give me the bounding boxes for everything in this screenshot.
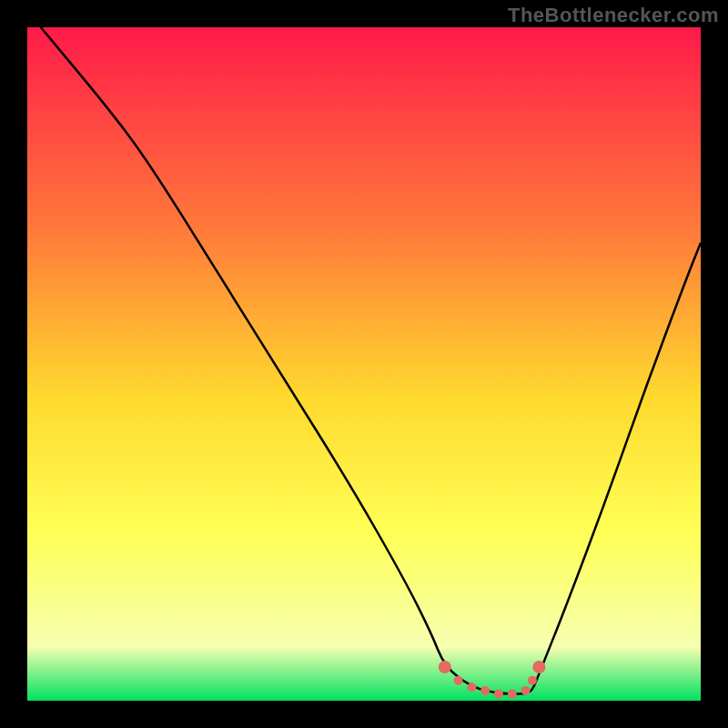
marker-dot (494, 690, 503, 699)
marker-dot (528, 676, 537, 685)
marker-dot (439, 661, 451, 673)
chart-container: TheBottlenecker.com (0, 0, 728, 728)
watermark-text: TheBottlenecker.com (508, 4, 719, 27)
marker-dot (480, 686, 490, 695)
marker-dot (532, 661, 545, 673)
marker-dot (508, 690, 517, 699)
marker-dot (454, 676, 463, 685)
marker-dot (521, 686, 531, 695)
bottleneck-chart (27, 27, 701, 701)
gradient-background (27, 27, 701, 701)
plot-area (27, 27, 701, 701)
marker-dot (467, 682, 476, 692)
